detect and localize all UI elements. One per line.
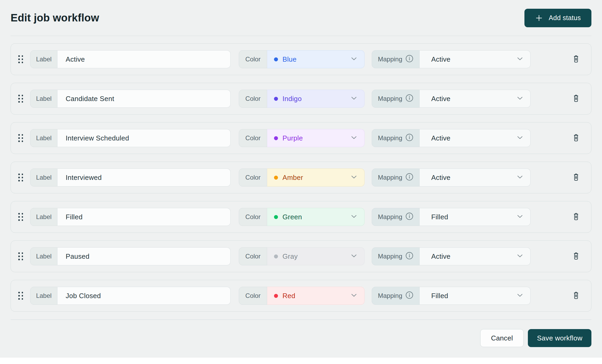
chevron-down-icon <box>517 254 523 259</box>
color-dot-icon <box>274 136 278 140</box>
info-icon[interactable] <box>405 133 414 143</box>
color-select-group: Color Amber <box>239 169 365 186</box>
drag-handle-icon[interactable] <box>18 172 23 183</box>
drag-handle-icon[interactable] <box>18 54 23 65</box>
color-name: Green <box>282 213 302 221</box>
modal-footer: Cancel Save workflow <box>11 329 591 347</box>
mapping-field-group: Mapping Active <box>372 169 531 186</box>
color-select[interactable]: Gray <box>267 247 365 265</box>
color-select[interactable]: Red <box>267 287 365 305</box>
mapping-value: Active <box>431 174 451 182</box>
delete-status-button[interactable] <box>570 290 582 302</box>
info-icon[interactable] <box>405 54 414 64</box>
delete-status-button[interactable] <box>570 211 582 223</box>
status-label-input[interactable] <box>57 50 231 68</box>
label-field-group: Label <box>30 90 231 108</box>
mapping-select[interactable]: Filled <box>420 208 531 226</box>
mapping-value: Active <box>431 55 451 63</box>
mapping-field-group: Mapping Active <box>372 50 531 68</box>
info-icon[interactable] <box>405 94 414 104</box>
color-field-prefix: Color <box>239 90 267 108</box>
color-dot-icon <box>274 215 278 219</box>
status-label-input[interactable] <box>57 129 231 147</box>
color-select-group: Color Red <box>239 287 365 305</box>
info-icon[interactable] <box>405 252 414 261</box>
page-title: Edit job workflow <box>11 12 99 24</box>
drag-handle-icon[interactable] <box>18 251 23 262</box>
color-select[interactable]: Purple <box>267 129 365 147</box>
drag-handle-icon[interactable] <box>18 212 23 222</box>
color-field-prefix: Color <box>239 208 267 226</box>
mapping-select[interactable]: Active <box>420 169 531 186</box>
delete-status-button[interactable] <box>570 53 582 65</box>
label-prefix-text: Label <box>36 174 52 181</box>
chevron-down-icon <box>517 215 523 219</box>
mapping-field-group: Mapping Active <box>372 90 531 108</box>
chevron-down-icon <box>351 293 357 298</box>
label-prefix-text: Label <box>36 95 52 102</box>
color-prefix-text: Color <box>245 253 260 260</box>
label-field-prefix: Label <box>30 247 57 265</box>
status-row: Label Color Blue Mapping <box>11 43 591 75</box>
modal-header: Edit job workflow Add status <box>11 0 591 36</box>
mapping-select[interactable]: Active <box>420 50 531 68</box>
status-label-input[interactable] <box>57 169 231 186</box>
mapping-select[interactable]: Active <box>420 247 531 265</box>
delete-status-button[interactable] <box>570 93 582 105</box>
mapping-field-prefix: Mapping <box>372 169 420 186</box>
drag-handle-icon[interactable] <box>18 290 23 301</box>
status-list: Label Color Blue Mapping <box>11 43 591 312</box>
color-select[interactable]: Green <box>267 208 365 226</box>
trash-icon <box>572 173 580 182</box>
delete-status-button[interactable] <box>570 171 582 184</box>
trash-icon <box>572 134 580 143</box>
status-label-input[interactable] <box>57 247 231 265</box>
drag-handle-icon[interactable] <box>18 93 23 104</box>
mapping-value: Filled <box>431 292 448 300</box>
color-dot-icon <box>274 57 278 61</box>
status-label-input[interactable] <box>57 208 231 226</box>
save-workflow-button[interactable]: Save workflow <box>528 329 591 347</box>
mapping-prefix-text: Mapping <box>378 174 402 181</box>
add-status-button[interactable]: Add status <box>524 9 591 27</box>
drag-handle-icon[interactable] <box>18 133 23 143</box>
label-field-group: Label <box>30 169 231 186</box>
chevron-down-icon <box>351 57 357 62</box>
color-dot-icon <box>274 176 278 180</box>
delete-status-button[interactable] <box>570 250 582 262</box>
trash-icon <box>572 213 580 221</box>
delete-status-button[interactable] <box>570 132 582 144</box>
trash-icon <box>572 292 580 300</box>
mapping-value: Filled <box>431 213 448 221</box>
mapping-select[interactable]: Filled <box>420 287 531 305</box>
label-field-prefix: Label <box>30 129 57 147</box>
status-row: Label Color Purple Mapping <box>11 122 591 154</box>
mapping-select[interactable]: Active <box>420 90 531 108</box>
mapping-field-prefix: Mapping <box>372 287 420 305</box>
color-field-prefix: Color <box>239 129 267 147</box>
label-field-prefix: Label <box>30 169 57 186</box>
color-prefix-text: Color <box>245 213 260 221</box>
chevron-down-icon <box>517 57 523 62</box>
status-label-input[interactable] <box>57 287 231 305</box>
color-select[interactable]: Indigo <box>267 90 365 108</box>
mapping-prefix-text: Mapping <box>378 134 402 142</box>
mapping-select[interactable]: Active <box>420 129 531 147</box>
label-prefix-text: Label <box>36 134 52 142</box>
status-label-input[interactable] <box>57 90 231 108</box>
info-icon[interactable] <box>405 212 414 222</box>
cancel-button[interactable]: Cancel <box>480 329 524 347</box>
color-field-prefix: Color <box>239 169 267 186</box>
mapping-field-group: Mapping Filled <box>372 287 531 305</box>
color-select[interactable]: Amber <box>267 169 365 186</box>
info-icon[interactable] <box>405 173 414 183</box>
trash-icon <box>572 252 580 261</box>
color-dot-icon <box>274 294 278 298</box>
mapping-prefix-text: Mapping <box>378 292 402 299</box>
color-select[interactable]: Blue <box>267 50 365 68</box>
label-field-group: Label <box>30 129 231 147</box>
info-icon[interactable] <box>405 291 414 301</box>
color-field-prefix: Color <box>239 50 267 68</box>
color-prefix-text: Color <box>245 174 260 181</box>
trash-icon <box>572 94 580 103</box>
